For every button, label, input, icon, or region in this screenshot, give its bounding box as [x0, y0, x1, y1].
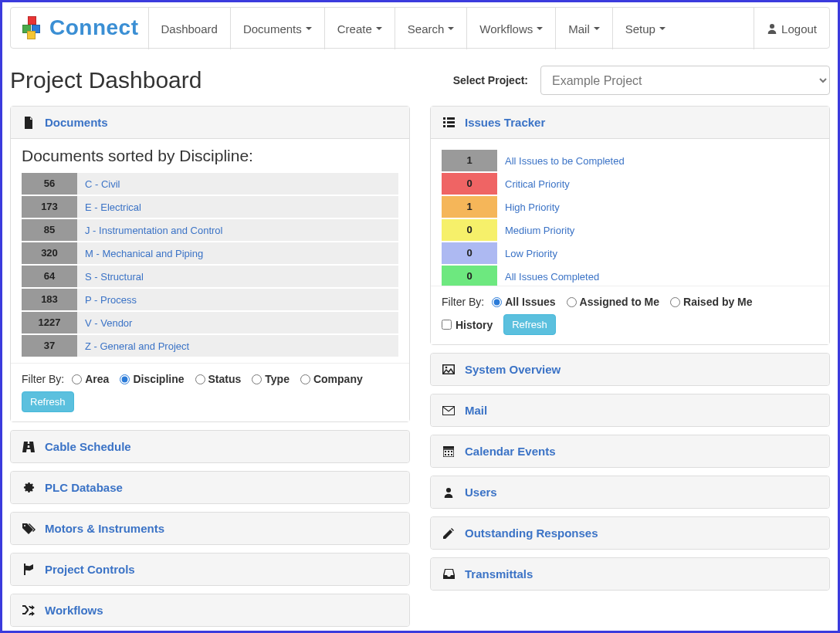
documents-panel-heading: Documents: [11, 107, 409, 139]
svg-rect-15: [451, 454, 452, 455]
filter-discipline[interactable]: Discipline: [120, 373, 184, 385]
calendar-events-link[interactable]: Calendar Events: [465, 445, 556, 458]
mail-link[interactable]: Mail: [465, 404, 487, 417]
document-label: M - Mechanical and Piping: [77, 242, 398, 264]
nav-logout[interactable]: Logout: [754, 8, 829, 49]
issues-refresh-button[interactable]: Refresh: [503, 314, 556, 335]
document-link[interactable]: E - Electrical: [85, 201, 141, 213]
document-label: S - Structural: [77, 266, 398, 287]
nav-search[interactable]: Search: [395, 8, 467, 49]
document-row: 173E - Electrical: [22, 196, 398, 218]
logo-icon: [20, 16, 43, 39]
issue-count: 0: [442, 266, 497, 286]
issue-link[interactable]: High Priority: [505, 201, 560, 213]
plc-database-link[interactable]: PLC Database: [45, 481, 123, 494]
issue-label: All Issues Completed: [497, 266, 818, 286]
history-checkbox[interactable]: History: [442, 319, 493, 331]
project-controls-link[interactable]: Project Controls: [45, 563, 135, 576]
document-row: 85J - Instrumentation and Control: [22, 219, 398, 241]
shuffle-icon: [22, 605, 36, 616]
file-icon: [22, 117, 36, 129]
user-icon: [442, 487, 456, 498]
caret-icon: [537, 27, 543, 30]
documents-panel-title[interactable]: Documents: [45, 116, 108, 129]
project-select[interactable]: Example Project: [540, 66, 830, 95]
issue-row: 0Critical Priority: [442, 173, 818, 195]
svg-rect-4: [447, 121, 455, 124]
motors-instruments-link[interactable]: Motors & Instruments: [45, 522, 164, 535]
document-link[interactable]: P - Process: [85, 294, 137, 306]
documents-subtitle: Documents sorted by Discipline:: [22, 147, 398, 165]
brand[interactable]: Connect: [11, 8, 148, 48]
nav-setup[interactable]: Setup: [612, 8, 678, 49]
road-icon: [22, 442, 36, 452]
document-label: Z - General and Project: [77, 335, 398, 357]
issue-count: 1: [442, 150, 497, 171]
document-label: J - Instrumentation and Control: [77, 219, 398, 241]
issue-label: Critical Priority: [497, 173, 818, 195]
filter-raised-by-me[interactable]: Raised by Me: [670, 296, 752, 308]
issue-count: 0: [442, 219, 497, 241]
issue-link[interactable]: All Issues to be Completed: [505, 155, 625, 167]
nav-create[interactable]: Create: [324, 8, 395, 49]
document-label: V - Vendor: [77, 312, 398, 333]
user-icon: [767, 23, 777, 34]
calendar-icon: [442, 446, 456, 457]
document-link[interactable]: M - Mechanical and Piping: [85, 248, 203, 259]
issue-link[interactable]: Medium Priority: [505, 225, 574, 236]
document-link[interactable]: C - Civil: [85, 178, 120, 190]
filter-type[interactable]: Type: [252, 373, 290, 385]
document-link[interactable]: S - Structural: [85, 271, 144, 283]
svg-point-7: [445, 367, 448, 369]
document-row: 64S - Structural: [22, 266, 398, 287]
issue-link[interactable]: All Issues Completed: [505, 271, 599, 283]
workflows-link[interactable]: Workflows: [45, 604, 103, 617]
document-link[interactable]: V - Vendor: [85, 317, 132, 329]
filter-by-label: Filter By:: [22, 373, 64, 385]
issue-row: 0All Issues Completed: [442, 266, 818, 286]
filter-status[interactable]: Status: [195, 373, 242, 385]
document-count: 85: [22, 219, 77, 241]
issues-panel: Issues Tracker 1All Issues to be Complet…: [430, 106, 830, 345]
issues-panel-title[interactable]: Issues Tracker: [465, 116, 545, 129]
filter-assigned-to-me[interactable]: Assigned to Me: [567, 296, 659, 308]
cable-schedule-link[interactable]: Cable Schedule: [45, 440, 131, 453]
document-link[interactable]: Z - General and Project: [85, 340, 189, 352]
document-link[interactable]: J - Instrumentation and Control: [85, 225, 222, 236]
transmittals-link[interactable]: Transmittals: [465, 567, 533, 581]
nav-dashboard[interactable]: Dashboard: [148, 8, 230, 49]
svg-rect-3: [447, 117, 455, 120]
issues-list[interactable]: 1All Issues to be Completed0Critical Pri…: [431, 139, 829, 286]
filter-area[interactable]: Area: [72, 373, 109, 385]
document-row: 320M - Mechanical and Piping: [22, 242, 398, 264]
nav-workflows[interactable]: Workflows: [466, 8, 555, 49]
nav-documents[interactable]: Documents: [230, 8, 324, 49]
filter-all-issues[interactable]: All Issues: [492, 296, 555, 308]
svg-rect-12: [451, 451, 452, 452]
document-row: 183P - Process: [22, 289, 398, 310]
system-overview-link[interactable]: System Overview: [465, 363, 561, 376]
document-count: 183: [22, 289, 77, 310]
document-row: 1227V - Vendor: [22, 312, 398, 333]
outstanding-responses-link[interactable]: Outstanding Responses: [465, 526, 598, 540]
issue-label: High Priority: [497, 196, 818, 218]
documents-panel: Documents Documents sorted by Discipline…: [10, 106, 410, 422]
gear-icon: [22, 482, 36, 493]
svg-rect-9: [443, 449, 454, 457]
document-row: 37Z - General and Project: [22, 335, 398, 357]
issue-link[interactable]: Low Priority: [505, 248, 557, 259]
documents-list[interactable]: Documents sorted by Discipline: 56C - Ci…: [11, 139, 409, 363]
document-count: 37: [22, 335, 77, 357]
svg-rect-0: [443, 117, 445, 120]
documents-refresh-button[interactable]: Refresh: [22, 391, 74, 412]
filter-company[interactable]: Company: [300, 373, 363, 385]
envelope-icon: [442, 406, 456, 415]
issue-link[interactable]: Critical Priority: [505, 178, 570, 190]
issue-count: 0: [442, 242, 497, 264]
users-link[interactable]: Users: [465, 486, 497, 499]
issue-row: 0Medium Priority: [442, 219, 818, 241]
issues-filter-label: Filter By:: [442, 296, 484, 308]
nav-mail[interactable]: Mail: [555, 8, 612, 49]
document-count: 64: [22, 266, 77, 287]
issue-label: All Issues to be Completed: [497, 150, 818, 171]
